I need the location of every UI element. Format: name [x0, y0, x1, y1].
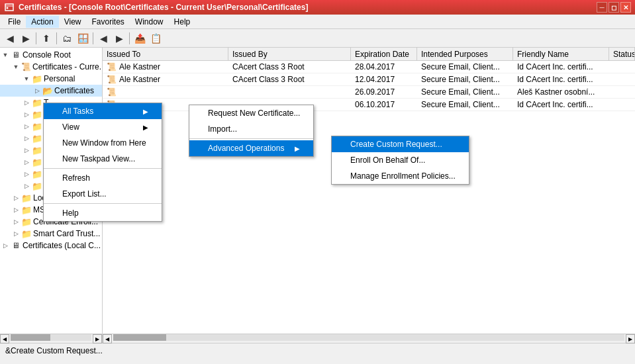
menu-window[interactable]: Window — [130, 16, 169, 28]
ctx-manage-enrollment[interactable]: Manage Enrollment Policies... — [332, 168, 469, 184]
window-controls: ─ ◻ ✕ — [597, 2, 631, 13]
scroll-right-content[interactable]: ▶ — [626, 334, 635, 343]
scroll-right-tree[interactable]: ▶ — [93, 334, 102, 343]
import-button[interactable]: 📋 — [148, 31, 163, 46]
scroll-track-tree[interactable] — [11, 334, 91, 341]
column-headers: Issued To Issued By Expiration Date Inte… — [103, 48, 635, 61]
folder-icon: 📁 — [32, 109, 42, 120]
up-button[interactable]: ⬆ — [39, 31, 54, 46]
toolbar-separator-3 — [93, 32, 93, 44]
restore-button[interactable]: ◻ — [609, 2, 619, 13]
tree-item-certs-local[interactable]: ▷ 🖥 Certificates (Local C... — [0, 240, 102, 251]
scroll-left-content[interactable]: ◀ — [103, 334, 112, 343]
tree-label: Personal — [44, 74, 75, 83]
window-title: Certificates - [Console Root\Certificate… — [19, 3, 597, 12]
folder-icon: 📁 — [21, 228, 32, 239]
menu-action[interactable]: Action — [26, 16, 58, 28]
export-button[interactable]: 📤 — [132, 31, 147, 46]
folder-icon: 📁 — [32, 181, 42, 191]
expand-icon: ▷ — [21, 181, 32, 191]
tree-item-personal[interactable]: ▼ 📁 Personal — [0, 73, 102, 85]
content-rows: 📜 Ale Kastner CAcert Class 3 Root 28.04.… — [103, 61, 635, 334]
back2-button[interactable]: ◀ — [96, 31, 111, 46]
folder-icon: 📁 — [32, 133, 42, 144]
col-issued-by[interactable]: Issued By — [228, 48, 351, 60]
col-status[interactable]: Status — [609, 48, 635, 60]
cell-friendly: Aleš Kastner osobní... — [513, 87, 635, 97]
expand-icon: ▷ — [21, 133, 32, 144]
forward2-button[interactable]: ▶ — [112, 31, 126, 46]
toolbar: ◀ ▶ ⬆ 🗂 🪟 ◀ ▶ 📤 📋 — [0, 29, 635, 48]
svg-rect-0 — [5, 4, 13, 11]
ctx-help[interactable]: Help — [44, 205, 162, 221]
tree-item-certs-current[interactable]: ▼ 📜 Certificates - Curre... — [0, 61, 102, 73]
ctx-request-new[interactable]: Request New Certificate... — [189, 105, 313, 121]
ctx-separator-1 — [44, 168, 162, 169]
back-button[interactable]: ◀ — [3, 31, 17, 46]
cell-expiration: 26.09.2017 — [351, 87, 417, 97]
col-friendly[interactable]: Friendly Name — [513, 48, 609, 60]
ctx-new-window[interactable]: New Window from Here — [44, 135, 162, 151]
show-tree-button[interactable]: 🗂 — [60, 31, 74, 46]
close-button[interactable]: ✕ — [620, 2, 631, 13]
ctx-view[interactable]: View ▶ — [44, 119, 162, 135]
folder-icon: 📁 — [32, 157, 42, 167]
status-bar: &Create Custom Request... — [0, 343, 635, 357]
folder-icon: 📁 — [32, 97, 42, 108]
expand-icon: ▼ — [11, 62, 21, 72]
menu-file[interactable]: File — [3, 16, 26, 28]
cert-folder-icon: 📂 — [42, 85, 53, 96]
folder-icon: 📁 — [21, 205, 32, 215]
expand-icon: ▷ — [21, 145, 32, 156]
forward-button[interactable]: ▶ — [19, 31, 33, 46]
submenu-arrow: ▶ — [295, 145, 300, 152]
cell-expiration: 12.04.2017 — [351, 75, 417, 84]
cell-friendly: Id CAcert Inc. certifi... — [513, 62, 635, 71]
context-menu-main: All Tasks ▶ View ▶ New Window from Here … — [43, 103, 162, 222]
col-expiration[interactable]: Expiration Date — [351, 48, 417, 60]
cell-friendly: Id CAcert Inc. certifi... — [513, 75, 635, 84]
content-h-scroll: ◀ ▶ — [103, 334, 635, 343]
ctx-all-tasks[interactable]: All Tasks ▶ — [44, 103, 162, 119]
col-issued-to[interactable]: Issued To — [103, 48, 228, 60]
cell-issued-to: Ale Kastner — [119, 75, 160, 84]
tree-label: Certificates (Local C... — [23, 241, 101, 250]
tree-item-smart-card[interactable]: ▷ 📁 Smart Card Trust... — [0, 228, 102, 240]
menu-help[interactable]: Help — [169, 16, 196, 28]
menu-view[interactable]: View — [59, 16, 87, 28]
scroll-track-content[interactable] — [113, 334, 624, 341]
minimize-button[interactable]: ─ — [597, 2, 607, 13]
table-row[interactable]: 📜 06.10.2017 Secure Email, Client... Id … — [103, 99, 635, 111]
cell-purposes: Secure Email, Client... — [417, 100, 513, 109]
new-window-button[interactable]: 🪟 — [75, 31, 90, 46]
svg-point-2 — [7, 7, 9, 9]
expand-icon: ▷ — [11, 228, 21, 239]
status-text: &Create Custom Request... — [5, 346, 103, 355]
computer-icon: 🖥 — [11, 50, 21, 60]
expand-icon: ▷ — [21, 169, 32, 179]
content-panel: Issued To Issued By Expiration Date Inte… — [103, 48, 635, 334]
ctx-enroll-behalf[interactable]: Enroll On Behalf Of... — [332, 152, 469, 168]
table-row[interactable]: 📜 Ale Kastner CAcert Class 3 Root 12.04.… — [103, 73, 635, 86]
folder-icon: 📁 — [32, 121, 42, 132]
ctx-import[interactable]: Import... — [189, 121, 313, 137]
ctx-create-custom[interactable]: Create Custom Request... — [332, 136, 469, 152]
ctx-advanced-ops[interactable]: Advanced Operations ▶ — [189, 140, 313, 156]
expand-icon: ▷ — [11, 205, 21, 215]
ctx-export-list[interactable]: Export List... — [44, 186, 162, 202]
folder-icon: 📁 — [21, 216, 32, 227]
menu-favorites[interactable]: Favorites — [87, 16, 130, 28]
scroll-left-tree[interactable]: ◀ — [0, 334, 9, 343]
submenu-arrow: ▶ — [143, 124, 148, 131]
table-row[interactable]: 📜 26.09.2017 Secure Email, Client... Ale… — [103, 86, 635, 99]
tree-item-certificates[interactable]: ▷ 📂 Certificates — [0, 85, 102, 97]
expand-icon: ▷ — [21, 97, 32, 108]
expand-icon: ▷ — [0, 240, 11, 251]
submenu-all-tasks: Request New Certificate... Import... Adv… — [189, 105, 314, 157]
ctx-refresh[interactable]: Refresh — [44, 170, 162, 186]
col-purposes[interactable]: Intended Purposes — [417, 48, 513, 60]
tree-item-console-root[interactable]: ▼ 🖥 Console Root — [0, 49, 102, 61]
table-row[interactable]: 📜 Ale Kastner CAcert Class 3 Root 28.04.… — [103, 61, 635, 73]
cert-icon: 📜 — [21, 62, 31, 72]
ctx-new-taskpad[interactable]: New Taskpad View... — [44, 151, 162, 167]
